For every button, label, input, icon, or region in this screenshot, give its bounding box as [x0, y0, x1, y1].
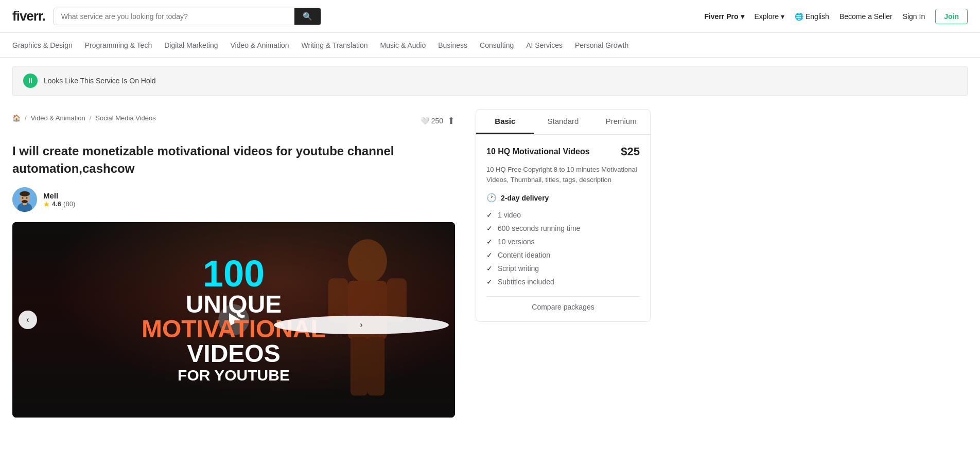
check-icon: ✓: [486, 224, 493, 232]
fiverr-pro-label: Fiverr Pro: [704, 12, 738, 21]
package-header: 10 HQ Motivational Videos $25: [486, 145, 640, 158]
avatar[interactable]: [12, 187, 37, 212]
check-icon: ✓: [486, 278, 493, 286]
nav-graphics-design[interactable]: Graphics & Design: [12, 34, 73, 57]
nav-digital-marketing[interactable]: Digital Marketing: [164, 34, 218, 57]
sign-in-label: Sign In: [903, 12, 925, 21]
explore-label: Explore: [755, 12, 779, 21]
search-button[interactable]: 🔍: [294, 8, 321, 25]
seller-info: Mell ★ 4.6 (80): [43, 191, 75, 208]
package-description: 10 HQ Free Copyright 8 to 10 minutes Mot…: [486, 165, 640, 185]
breadcrumb-sep-1: /: [25, 114, 27, 122]
check-icon: ✓: [486, 251, 493, 259]
overlay-for-youtube: FOR YOUTUBE: [142, 366, 326, 385]
feature-label: 1 video: [498, 211, 521, 219]
breadcrumb-social-media-label: Social Media Videos: [95, 114, 156, 122]
become-seller-label: Become a Seller: [839, 12, 892, 21]
svg-rect-13: [367, 337, 384, 395]
banner-text: Looks Like This Service Is On Hold: [44, 77, 156, 85]
tab-standard[interactable]: Standard: [534, 110, 592, 134]
overlay-100: 100: [142, 255, 326, 292]
breadcrumb-sep-2: /: [90, 114, 92, 122]
seller-name[interactable]: Mell: [43, 191, 75, 200]
nav-ai-services[interactable]: AI Services: [526, 34, 563, 57]
svg-point-6: [22, 197, 24, 199]
feature-1-video: ✓ 1 video: [486, 211, 640, 219]
join-label: Join: [944, 12, 959, 21]
feature-script-writing: ✓ Script writing: [486, 264, 640, 273]
tab-premium[interactable]: Premium: [592, 110, 650, 134]
slider-next-button[interactable]: ›: [274, 316, 449, 334]
explore-link[interactable]: Explore ▾: [755, 12, 784, 21]
search-bar: 🔍: [54, 8, 321, 25]
check-icon: ✓: [486, 211, 493, 219]
nav-writing-translation[interactable]: Writing & Translation: [302, 34, 368, 57]
lang-label: English: [806, 12, 829, 21]
nav-music-audio[interactable]: Music & Audio: [380, 34, 426, 57]
delivery-label: 2-day delivery: [501, 194, 549, 202]
feature-label: Script writing: [498, 264, 539, 273]
clock-icon: 🕐: [486, 193, 497, 203]
sign-in-link[interactable]: Sign In: [903, 12, 925, 21]
logo[interactable]: fiverr.: [12, 8, 45, 24]
seller-row: Mell ★ 4.6 (80): [12, 187, 455, 212]
feature-10-versions: ✓ 10 versions: [486, 238, 640, 246]
breadcrumb-social-media[interactable]: Social Media Videos: [95, 114, 156, 122]
feature-subtitles: ✓ Subtitles included: [486, 278, 640, 286]
gig-title: I will create monetizable motivational v…: [12, 142, 455, 177]
like-number: 250: [431, 117, 443, 125]
package-panel: Basic Standard Premium 10 HQ Motivationa…: [476, 109, 651, 418]
search-icon: 🔍: [303, 12, 312, 21]
nav-programming-tech[interactable]: Programming & Tech: [85, 34, 152, 57]
chevron-left-icon: ‹: [26, 315, 29, 324]
check-icon: ✓: [486, 264, 493, 273]
review-count[interactable]: (80): [63, 200, 75, 208]
package-box: Basic Standard Premium 10 HQ Motivationa…: [476, 109, 651, 322]
package-tabs: Basic Standard Premium: [476, 110, 650, 135]
feature-label: 10 versions: [498, 238, 535, 246]
nav-business[interactable]: Business: [438, 34, 467, 57]
feature-label: Content ideation: [498, 251, 550, 259]
heart-icon: 🤍: [421, 117, 429, 125]
nav-video-animation[interactable]: Video & Animation: [230, 34, 289, 57]
home-icon: 🏠: [12, 114, 21, 122]
breadcrumb-home[interactable]: 🏠: [12, 114, 21, 122]
header: fiverr. 🔍 Fiverr Pro ▾ Explore ▾ 🌐 Engli…: [0, 0, 980, 33]
seller-rating: ★ 4.6 (80): [43, 200, 75, 208]
share-icon[interactable]: ⬆: [447, 115, 455, 126]
chevron-down-icon: ▾: [741, 12, 744, 21]
svg-point-7: [26, 197, 28, 199]
fiverr-pro-link[interactable]: Fiverr Pro ▾: [704, 12, 744, 21]
svg-point-4: [20, 191, 30, 196]
overlay-videos: VIDEOS: [142, 341, 326, 366]
like-share-row: 🤍 250 ⬆: [421, 115, 455, 126]
logo-text: fiverr.: [12, 8, 45, 24]
join-button[interactable]: Join: [935, 9, 968, 24]
pause-icon: [23, 74, 38, 88]
feature-label: 600 seconds running time: [498, 224, 580, 232]
language-selector[interactable]: 🌐 English: [795, 12, 829, 21]
feature-label: Subtitles included: [498, 278, 554, 286]
breadcrumb: 🏠 / Video & Animation / Social Media Vid…: [12, 114, 156, 122]
delivery-row: 🕐 2-day delivery: [486, 193, 640, 203]
breadcrumb-row: 🏠 / Video & Animation / Social Media Vid…: [12, 109, 455, 132]
media-slider: 100 UNIQUE MOTIVATIONAL VIDEOS FOR YOUTU…: [12, 222, 455, 418]
like-count[interactable]: 🤍 250: [421, 117, 443, 125]
globe-icon: 🌐: [795, 12, 803, 21]
feature-content-ideation: ✓ Content ideation: [486, 251, 640, 259]
search-input[interactable]: [54, 8, 294, 25]
breadcrumb-video-animation[interactable]: Video & Animation: [31, 114, 85, 122]
rating-value: 4.6: [52, 200, 61, 208]
slider-prev-button[interactable]: ‹: [19, 311, 37, 329]
become-seller-link[interactable]: Become a Seller: [839, 12, 892, 21]
nav-consulting[interactable]: Consulting: [480, 34, 514, 57]
overlay-unique: UNIQUE: [142, 292, 326, 317]
compare-packages-link[interactable]: Compare packages: [486, 296, 640, 311]
gig-details: 🏠 / Video & Animation / Social Media Vid…: [12, 104, 455, 418]
chevron-down-icon-explore: ▾: [781, 12, 784, 21]
star-icon: ★: [43, 200, 50, 208]
chevron-right-icon: ›: [360, 320, 362, 330]
tab-basic[interactable]: Basic: [476, 110, 534, 134]
nav-personal-growth[interactable]: Personal Growth: [575, 34, 628, 57]
feature-list: ✓ 1 video ✓ 600 seconds running time ✓ 1…: [486, 211, 640, 286]
